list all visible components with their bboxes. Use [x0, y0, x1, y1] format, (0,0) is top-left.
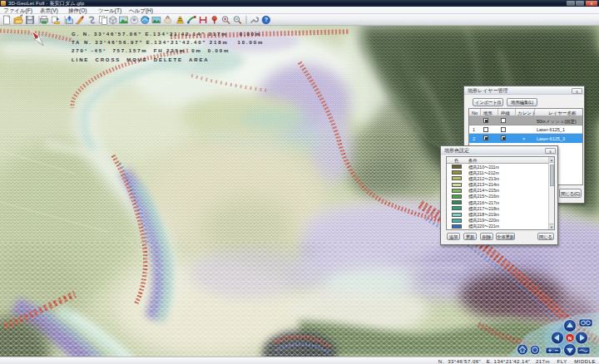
svg-text:LINE CROSS MOVE DELETE ARE: LINE CROSS MOVE DELETE AREA — [72, 57, 210, 62]
svg-text:?: ? — [265, 17, 268, 22]
svg-text:N: N — [568, 336, 572, 341]
svg-text:G. N. 33°46'57.06" E.134°21'4: G. N. 33°46'57.06" E.134°21'42.14" 217m … — [72, 32, 261, 37]
svg-text:TA N. 33°46'56.97" E.134°21'4: TA N. 33°46'56.97" E.134°21'42.40" 218m … — [72, 40, 264, 45]
svg-text:270° -45° 757.157m FH 225m: 270° -45° 757.157m FH 225m 0m 0.00m — [72, 48, 230, 53]
